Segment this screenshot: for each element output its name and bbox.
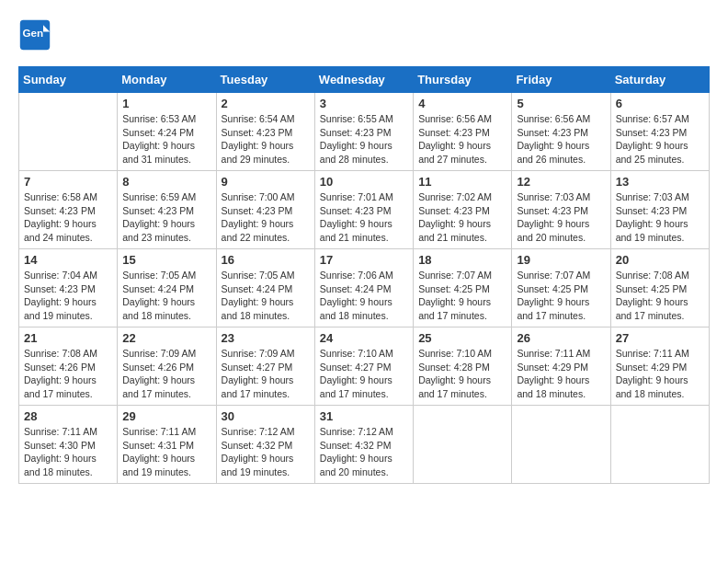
calendar-cell: 6Sunrise: 6:57 AM Sunset: 4:23 PM Daylig…: [610, 93, 709, 171]
calendar-cell: 13Sunrise: 7:03 AM Sunset: 4:23 PM Dayli…: [610, 171, 709, 249]
day-info: Sunrise: 6:59 AM Sunset: 4:23 PM Dayligh…: [122, 190, 210, 245]
day-number: 10: [320, 175, 408, 189]
day-info: Sunrise: 6:57 AM Sunset: 4:23 PM Dayligh…: [616, 112, 704, 167]
week-row-4: 21Sunrise: 7:08 AM Sunset: 4:26 PM Dayli…: [19, 327, 710, 406]
day-number: 20: [616, 253, 704, 267]
col-header-tuesday: Tuesday: [216, 67, 314, 93]
day-info: Sunrise: 7:08 AM Sunset: 4:25 PM Dayligh…: [616, 269, 704, 323]
calendar-cell: [610, 406, 709, 484]
day-number: 2: [222, 97, 310, 110]
calendar-cell: 19Sunrise: 7:07 AM Sunset: 4:25 PM Dayli…: [512, 249, 610, 327]
calendar-cell: 31Sunrise: 7:12 AM Sunset: 4:32 PM Dayli…: [314, 406, 413, 484]
logo: Gen: [18, 18, 55, 52]
day-info: Sunrise: 7:09 AM Sunset: 4:27 PM Dayligh…: [222, 347, 310, 401]
day-number: 25: [418, 331, 506, 345]
day-info: Sunrise: 7:11 AM Sunset: 4:29 PM Dayligh…: [517, 347, 605, 401]
week-row-5: 28Sunrise: 7:11 AM Sunset: 4:30 PM Dayli…: [19, 406, 710, 484]
day-number: 28: [24, 409, 112, 423]
calendar-cell: 30Sunrise: 7:12 AM Sunset: 4:32 PM Dayli…: [216, 406, 314, 484]
calendar-cell: 16Sunrise: 7:05 AM Sunset: 4:24 PM Dayli…: [216, 249, 314, 327]
calendar-cell: 25Sunrise: 7:10 AM Sunset: 4:28 PM Dayli…: [414, 327, 512, 406]
day-number: 9: [222, 175, 310, 189]
day-number: 21: [24, 331, 112, 345]
calendar-table: SundayMondayTuesdayWednesdayThursdayFrid…: [18, 66, 710, 484]
week-row-3: 14Sunrise: 7:04 AM Sunset: 4:23 PM Dayli…: [19, 249, 710, 327]
day-number: 19: [517, 253, 605, 267]
col-header-thursday: Thursday: [414, 67, 512, 93]
calendar-cell: 29Sunrise: 7:11 AM Sunset: 4:31 PM Dayli…: [118, 406, 216, 484]
day-number: 17: [320, 253, 408, 267]
calendar-cell: 23Sunrise: 7:09 AM Sunset: 4:27 PM Dayli…: [216, 327, 314, 406]
day-info: Sunrise: 7:12 AM Sunset: 4:32 PM Dayligh…: [222, 425, 310, 479]
page-header: Gen: [18, 18, 710, 52]
calendar-cell: 15Sunrise: 7:05 AM Sunset: 4:24 PM Dayli…: [118, 249, 216, 327]
calendar-cell: 5Sunrise: 6:56 AM Sunset: 4:23 PM Daylig…: [512, 93, 610, 171]
day-info: Sunrise: 7:07 AM Sunset: 4:25 PM Dayligh…: [517, 269, 605, 323]
week-row-2: 7Sunrise: 6:58 AM Sunset: 4:23 PM Daylig…: [19, 171, 710, 249]
day-number: 29: [122, 409, 210, 423]
day-info: Sunrise: 7:03 AM Sunset: 4:23 PM Dayligh…: [517, 190, 605, 245]
day-info: Sunrise: 7:06 AM Sunset: 4:24 PM Dayligh…: [320, 269, 408, 323]
calendar-cell: 21Sunrise: 7:08 AM Sunset: 4:26 PM Dayli…: [19, 327, 118, 406]
calendar-cell: [19, 93, 118, 171]
col-header-monday: Monday: [118, 67, 216, 93]
calendar-cell: 11Sunrise: 7:02 AM Sunset: 4:23 PM Dayli…: [414, 171, 512, 249]
day-number: 8: [122, 175, 210, 189]
calendar-cell: [512, 406, 610, 484]
day-info: Sunrise: 7:11 AM Sunset: 4:29 PM Dayligh…: [616, 347, 704, 401]
day-info: Sunrise: 7:11 AM Sunset: 4:31 PM Dayligh…: [122, 425, 210, 479]
day-info: Sunrise: 7:09 AM Sunset: 4:26 PM Dayligh…: [122, 347, 210, 401]
calendar-cell: 24Sunrise: 7:10 AM Sunset: 4:27 PM Dayli…: [314, 327, 413, 406]
calendar-cell: 28Sunrise: 7:11 AM Sunset: 4:30 PM Dayli…: [19, 406, 118, 484]
day-info: Sunrise: 6:53 AM Sunset: 4:24 PM Dayligh…: [122, 112, 210, 167]
calendar-header-row: SundayMondayTuesdayWednesdayThursdayFrid…: [19, 67, 710, 93]
day-number: 11: [418, 175, 506, 189]
calendar-cell: 8Sunrise: 6:59 AM Sunset: 4:23 PM Daylig…: [118, 171, 216, 249]
day-number: 7: [24, 175, 112, 189]
calendar-cell: 17Sunrise: 7:06 AM Sunset: 4:24 PM Dayli…: [314, 249, 413, 327]
calendar-cell: 3Sunrise: 6:55 AM Sunset: 4:23 PM Daylig…: [314, 93, 413, 171]
day-number: 5: [517, 97, 605, 110]
day-info: Sunrise: 6:56 AM Sunset: 4:23 PM Dayligh…: [517, 112, 605, 167]
col-header-sunday: Sunday: [19, 67, 118, 93]
calendar-cell: 10Sunrise: 7:01 AM Sunset: 4:23 PM Dayli…: [314, 171, 413, 249]
day-number: 16: [222, 253, 310, 267]
day-number: 22: [122, 331, 210, 345]
calendar-cell: 22Sunrise: 7:09 AM Sunset: 4:26 PM Dayli…: [118, 327, 216, 406]
day-number: 1: [122, 97, 210, 110]
day-info: Sunrise: 7:01 AM Sunset: 4:23 PM Dayligh…: [320, 190, 408, 245]
calendar-cell: 1Sunrise: 6:53 AM Sunset: 4:24 PM Daylig…: [118, 93, 216, 171]
day-number: 24: [320, 331, 408, 345]
day-number: 27: [616, 331, 704, 345]
day-info: Sunrise: 7:07 AM Sunset: 4:25 PM Dayligh…: [418, 269, 506, 323]
calendar-cell: [414, 406, 512, 484]
calendar-cell: 7Sunrise: 6:58 AM Sunset: 4:23 PM Daylig…: [19, 171, 118, 249]
calendar-cell: 14Sunrise: 7:04 AM Sunset: 4:23 PM Dayli…: [19, 249, 118, 327]
day-number: 31: [320, 409, 408, 423]
day-number: 26: [517, 331, 605, 345]
calendar-cell: 27Sunrise: 7:11 AM Sunset: 4:29 PM Dayli…: [610, 327, 709, 406]
day-info: Sunrise: 7:10 AM Sunset: 4:27 PM Dayligh…: [320, 347, 408, 401]
col-header-saturday: Saturday: [610, 67, 709, 93]
day-info: Sunrise: 6:56 AM Sunset: 4:23 PM Dayligh…: [418, 112, 506, 167]
day-number: 15: [122, 253, 210, 267]
day-number: 30: [222, 409, 310, 423]
day-number: 23: [222, 331, 310, 345]
day-number: 18: [418, 253, 506, 267]
day-number: 4: [418, 97, 506, 110]
day-number: 12: [517, 175, 605, 189]
day-info: Sunrise: 7:04 AM Sunset: 4:23 PM Dayligh…: [24, 269, 112, 323]
day-number: 14: [24, 253, 112, 267]
day-number: 6: [616, 97, 704, 110]
day-info: Sunrise: 7:11 AM Sunset: 4:30 PM Dayligh…: [24, 425, 112, 479]
col-header-friday: Friday: [512, 67, 610, 93]
day-info: Sunrise: 7:03 AM Sunset: 4:23 PM Dayligh…: [616, 190, 704, 245]
day-info: Sunrise: 7:02 AM Sunset: 4:23 PM Dayligh…: [418, 190, 506, 245]
calendar-cell: 9Sunrise: 7:00 AM Sunset: 4:23 PM Daylig…: [216, 171, 314, 249]
svg-text:Gen: Gen: [23, 27, 44, 39]
day-info: Sunrise: 6:58 AM Sunset: 4:23 PM Dayligh…: [24, 190, 112, 245]
day-info: Sunrise: 7:12 AM Sunset: 4:32 PM Dayligh…: [320, 425, 408, 479]
calendar-cell: 12Sunrise: 7:03 AM Sunset: 4:23 PM Dayli…: [512, 171, 610, 249]
calendar-cell: 26Sunrise: 7:11 AM Sunset: 4:29 PM Dayli…: [512, 327, 610, 406]
day-number: 13: [616, 175, 704, 189]
